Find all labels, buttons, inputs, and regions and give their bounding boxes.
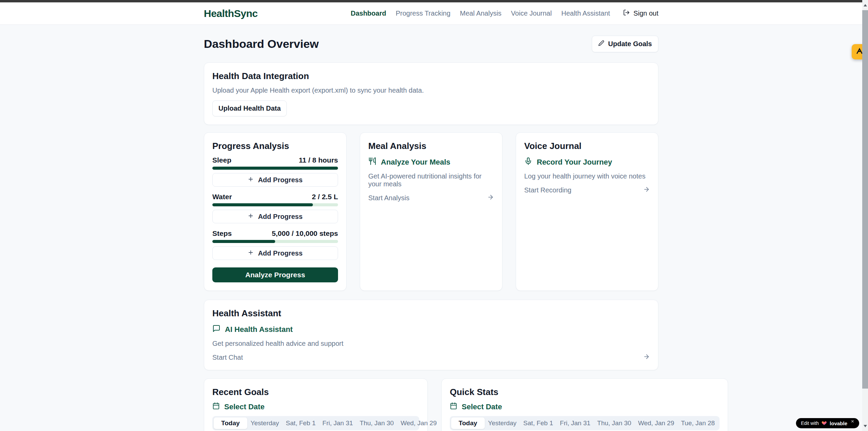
add-progress-label: Add Progress: [258, 176, 302, 184]
date-tab-yesterday[interactable]: Yesterday: [485, 417, 520, 429]
date-tab-fri-jan-31[interactable]: Fri, Jan 31: [556, 417, 594, 429]
analyze-progress-button[interactable]: Analyze Progress: [212, 267, 338, 282]
metric-water-value: 2 / 2.5 L: [312, 193, 338, 201]
metric-steps-progress-fill: [212, 240, 275, 243]
calendar-icon: [212, 402, 220, 412]
metric-sleep: Sleep 11 / 8 hours Add Progress: [212, 156, 338, 187]
ai-health-assistant-label: AI Health Assistant: [225, 325, 293, 334]
arrow-right-icon: [487, 194, 494, 202]
start-analysis-label: Start Analysis: [368, 194, 409, 202]
meal-analysis-description: Get AI-powered nutritional insights for …: [368, 172, 494, 188]
start-analysis-action[interactable]: Start Analysis: [368, 194, 494, 202]
select-date-label: Select Date: [462, 402, 502, 411]
voice-journal-description: Log your health journey with voice notes: [524, 172, 650, 180]
date-tab-tue-jan-28[interactable]: Tue, Jan 28: [677, 417, 718, 429]
health-assistant-description: Get personalized health advice and suppo…: [212, 340, 650, 348]
plus-icon: [248, 249, 254, 257]
recent-goals-title: Recent Goals: [212, 387, 419, 397]
date-tab-today[interactable]: Today: [451, 417, 485, 429]
nav-dashboard[interactable]: Dashboard: [351, 10, 386, 17]
metric-steps: Steps 5,000 / 10,000 steps Add Progress: [212, 229, 338, 260]
add-progress-label: Add Progress: [258, 213, 302, 221]
metric-sleep-label: Sleep: [212, 156, 231, 164]
health-assistant-card: Health Assistant AI Health Assistant Get…: [204, 300, 658, 370]
sign-out-label: Sign out: [634, 10, 658, 17]
sign-out-button[interactable]: Sign out: [623, 9, 658, 18]
date-tab-fri-jan-31[interactable]: Fri, Jan 31: [319, 417, 356, 429]
analyze-your-meals-link[interactable]: Analyze Your Meals: [368, 157, 494, 167]
add-progress-label: Add Progress: [258, 249, 302, 257]
metric-steps-progressbar: [212, 240, 338, 243]
calendar-icon: [450, 402, 457, 412]
ai-health-assistant-link[interactable]: AI Health Assistant: [212, 324, 650, 335]
pencil-icon: [598, 40, 604, 48]
date-tab-wed-jan-29[interactable]: Wed, Jan 29: [635, 417, 677, 429]
voice-journal-card: Voice Journal Record Your Journey Log yo…: [516, 132, 658, 291]
recent-goals-card: Recent Goals Select Date Today Yesterday…: [204, 378, 428, 431]
browser-top-strip: [0, 0, 862, 2]
arrow-right-icon: [643, 353, 650, 362]
add-progress-sleep-button[interactable]: Add Progress: [212, 173, 338, 187]
date-tab-wed-jan-29[interactable]: Wed, Jan 29: [397, 417, 440, 429]
quick-stats-card: Quick Stats Select Date Today Yesterday …: [441, 378, 728, 431]
voice-journal-title: Voice Journal: [524, 141, 650, 151]
chat-bubble-icon: [212, 324, 220, 335]
start-recording-label: Start Recording: [524, 186, 571, 194]
main-content: Dashboard Overview Update Goals Health D…: [204, 36, 658, 431]
metric-water: Water 2 / 2.5 L Add Progress: [212, 193, 338, 223]
vertical-scrollbar[interactable]: [862, 0, 868, 431]
date-tab-thu-jan-30[interactable]: Thu, Jan 30: [594, 417, 635, 429]
metric-water-progressbar: [212, 203, 338, 206]
nav-meal-analysis[interactable]: Meal Analysis: [460, 10, 501, 17]
metric-water-label: Water: [212, 193, 232, 201]
nav-health-assistant[interactable]: Health Assistant: [561, 10, 610, 17]
heart-gradient-icon: [821, 420, 827, 426]
scrollbar-thumb[interactable]: [862, 10, 868, 389]
quick-stats-date-tabs: Today Yesterday Sat, Feb 1 Fri, Jan 31 T…: [450, 416, 720, 430]
metric-sleep-progressbar: [212, 167, 338, 170]
date-tab-sat-feb-1[interactable]: Sat, Feb 1: [520, 417, 556, 429]
page-title: Dashboard Overview: [204, 37, 319, 51]
start-chat-action[interactable]: Start Chat: [212, 353, 650, 362]
scroll-down-icon: [864, 425, 867, 427]
plus-icon: [248, 176, 254, 184]
scroll-up-button[interactable]: [862, 0, 868, 10]
metric-sleep-value: 11 / 8 hours: [299, 156, 338, 164]
metric-steps-label: Steps: [212, 229, 232, 238]
update-goals-button[interactable]: Update Goals: [592, 36, 658, 52]
add-progress-steps-button[interactable]: Add Progress: [212, 246, 338, 260]
start-recording-action[interactable]: Start Recording: [524, 186, 650, 194]
utensils-icon: [368, 157, 376, 167]
record-your-journey-label: Record Your Journey: [537, 158, 612, 167]
nav-progress-tracking[interactable]: Progress Tracking: [396, 10, 450, 17]
progress-analysis-title: Progress Analysis: [212, 141, 338, 151]
plus-icon: [248, 213, 254, 221]
date-tab-yesterday[interactable]: Yesterday: [247, 417, 283, 429]
date-tab-today[interactable]: Today: [214, 417, 247, 429]
date-tab-sat-feb-1[interactable]: Sat, Feb 1: [282, 417, 319, 429]
edit-with-label: Edit with: [801, 420, 819, 426]
sign-out-icon: [623, 9, 630, 18]
meal-analysis-title: Meal Analysis: [368, 141, 494, 151]
metric-steps-value: 5,000 / 10,000 steps: [272, 229, 338, 238]
edit-with-lovable-badge[interactable]: Edit with lovable: [796, 418, 859, 428]
integration-title: Health Data Integration: [212, 71, 650, 81]
integration-description: Upload your Apple Health export (export.…: [212, 87, 650, 94]
add-progress-water-button[interactable]: Add Progress: [212, 210, 338, 223]
upload-health-data-button[interactable]: Upload Health Data: [212, 100, 287, 116]
quick-stats-title: Quick Stats: [450, 387, 720, 397]
microphone-icon: [524, 157, 532, 167]
quick-stats-select-date[interactable]: Select Date: [450, 402, 720, 412]
date-tab-thu-jan-30[interactable]: Thu, Jan 30: [356, 417, 397, 429]
record-your-journey-link[interactable]: Record Your Journey: [524, 157, 650, 167]
update-goals-label: Update Goals: [608, 40, 652, 48]
health-assistant-title: Health Assistant: [212, 308, 650, 319]
recent-goals-select-date[interactable]: Select Date: [212, 402, 419, 412]
scroll-down-button[interactable]: [862, 421, 868, 431]
nav-voice-journal[interactable]: Voice Journal: [511, 10, 552, 17]
health-data-integration-card: Health Data Integration Upload your Appl…: [204, 62, 658, 125]
badge-close-icon[interactable]: [851, 419, 854, 424]
arrow-right-icon: [643, 186, 650, 194]
metric-sleep-progress-fill: [212, 167, 338, 170]
analyze-your-meals-label: Analyze Your Meals: [381, 158, 450, 167]
